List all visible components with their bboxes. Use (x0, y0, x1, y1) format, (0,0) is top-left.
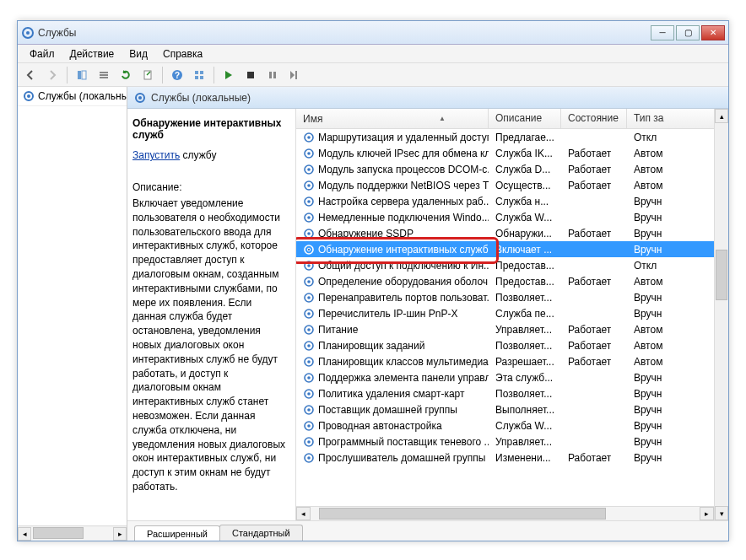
col-startup-type[interactable]: Тип за (627, 109, 728, 128)
cell-state: Работает (561, 180, 627, 191)
cell-type: Автом (627, 356, 728, 368)
svg-point-27 (307, 168, 311, 171)
cell-type: Вручн (627, 212, 728, 223)
nav-hscroll[interactable]: ◂ ▸ (18, 525, 127, 541)
svg-point-25 (307, 152, 311, 155)
service-list: Имя▲ Описание Состояние Тип за Маршрутиз… (296, 109, 728, 520)
menu-file[interactable]: Файл (23, 46, 62, 62)
scroll-down-button[interactable]: ▾ (715, 506, 728, 520)
pane-header: Службы (локальные) (127, 87, 728, 109)
cell-name: Поддержка элемента панели управл... (296, 372, 489, 384)
export-button[interactable] (138, 66, 157, 84)
cell-name: Модуль поддержки NetBIOS через T... (296, 180, 489, 191)
cell-name: Определение оборудования оболоч... (296, 276, 489, 288)
service-row[interactable]: Модуль запуска процессов DCOM-с...Служба… (296, 161, 728, 177)
start-suffix: службу (180, 149, 216, 161)
pane-title: Службы (локальные) (151, 92, 251, 104)
cell-name: Перенаправитель портов пользоват... (296, 292, 489, 304)
vscroll-thumb[interactable] (716, 250, 727, 300)
cell-name: Питание (296, 324, 489, 336)
gear-icon (303, 228, 315, 240)
stop-service-button[interactable] (241, 66, 260, 84)
menubar: Файл Действие Вид Справка (18, 45, 728, 63)
service-row[interactable]: Определение оборудования оболоч...Предос… (296, 273, 728, 289)
scroll-left-button[interactable]: ◂ (18, 527, 31, 541)
col-name[interactable]: Имя▲ (296, 109, 489, 128)
cell-desc: Осуществ... (489, 180, 561, 191)
service-row[interactable]: Маршрутизация и удаленный доступПредлага… (296, 129, 728, 145)
menu-view[interactable]: Вид (122, 46, 154, 62)
service-row[interactable]: Общий доступ к подключению к Ин...Предос… (296, 257, 728, 273)
properties-button[interactable] (95, 66, 113, 84)
hscroll-track[interactable] (311, 507, 700, 520)
service-row[interactable]: Перечислитель IP-шин PnP-XСлужба пе...Вр… (296, 305, 728, 321)
scroll-right-button[interactable]: ▸ (113, 527, 127, 541)
separator (162, 67, 163, 83)
svg-point-29 (307, 184, 311, 187)
svg-point-51 (307, 360, 311, 363)
show-hide-tree-button[interactable] (73, 66, 91, 84)
scroll-left-button[interactable]: ◂ (296, 507, 311, 520)
scroll-track[interactable] (31, 527, 113, 541)
tab-extended[interactable]: Расширенный (134, 525, 220, 541)
refresh-button[interactable] (116, 66, 135, 84)
service-row[interactable]: Планировщик классов мультимедиаРазрешает… (296, 353, 728, 369)
cell-type: Откл (627, 260, 728, 272)
service-name: Поддержка элемента панели управл... (318, 372, 489, 384)
col-description[interactable]: Описание (489, 109, 561, 128)
cell-name: Политика удаления смарт-карт (296, 388, 489, 400)
service-row[interactable]: Немедленные подключения Windo...Служба W… (296, 209, 728, 225)
service-row[interactable]: Политика удаления смарт-картПозволяет...… (296, 385, 728, 401)
help-button[interactable]: ? (168, 66, 186, 84)
horizontal-scrollbar[interactable]: ◂ ▸ (296, 506, 728, 520)
rows-container: Маршрутизация и удаленный доступПредлага… (296, 129, 728, 506)
service-row[interactable]: Программный поставщик теневого ...Управл… (296, 433, 728, 450)
menu-help[interactable]: Справка (156, 46, 209, 62)
restart-service-button[interactable] (285, 66, 304, 84)
scroll-thumb[interactable] (33, 527, 84, 539)
minimize-button[interactable]: ─ (651, 25, 674, 40)
cell-name: Планировщик классов мультимедиа (296, 356, 489, 368)
menu-action[interactable]: Действие (63, 46, 122, 62)
close-button[interactable]: ✕ (701, 25, 725, 40)
tab-standard[interactable]: Стандартный (219, 525, 303, 541)
service-row[interactable]: Модуль ключей IPsec для обмена кл...Служ… (296, 145, 728, 161)
back-button[interactable] (21, 66, 40, 84)
svg-point-63 (307, 456, 311, 460)
console-tree-button[interactable] (190, 66, 208, 84)
gear-icon (303, 388, 315, 400)
vscroll-track[interactable] (715, 123, 728, 506)
start-service-link[interactable]: Запустить (132, 149, 180, 161)
nav-node-services[interactable]: Службы (локальны (18, 87, 127, 106)
start-service-button[interactable] (219, 66, 238, 84)
gear-icon (303, 244, 315, 256)
service-row[interactable]: Настройка сервера удаленных раб...Служба… (296, 193, 728, 209)
titlebar[interactable]: Службы ─ ▢ ✕ (18, 21, 728, 45)
nav-node-label: Службы (локальны (38, 90, 127, 102)
maximize-button[interactable]: ▢ (676, 25, 700, 40)
service-row[interactable]: Модуль поддержки NetBIOS через T...Осуще… (296, 177, 728, 193)
cell-type: Вручн (627, 436, 728, 448)
service-row[interactable]: Обнаружение интерактивных службВключает … (296, 241, 728, 257)
service-name: Поставщик домашней группы (318, 404, 457, 416)
scroll-right-button[interactable]: ▸ (700, 507, 714, 520)
service-row[interactable]: Перенаправитель портов пользоват...Позво… (296, 289, 728, 305)
hscroll-thumb[interactable] (319, 508, 606, 520)
pause-service-button[interactable] (263, 66, 282, 84)
separator (67, 67, 68, 83)
cell-desc: Эта служб... (489, 372, 561, 384)
service-row[interactable]: Обнаружение SSDPОбнаружи...РаботаетВручн (296, 225, 728, 241)
service-row[interactable]: Поддержка элемента панели управл...Эта с… (296, 369, 728, 385)
service-row[interactable]: Поставщик домашней группыВыполняет...Вру… (296, 401, 728, 417)
forward-button[interactable] (43, 66, 62, 84)
scroll-up-button[interactable]: ▴ (715, 109, 728, 123)
cell-desc: Служба W... (489, 420, 561, 432)
svg-point-31 (307, 200, 311, 203)
service-row[interactable]: Проводная автонастройкаСлужба W...Вручн (296, 417, 728, 433)
service-row[interactable]: Планировщик заданийПозволяет...РаботаетА… (296, 337, 728, 353)
service-row[interactable]: Прослушиватель домашней группыИзменени..… (296, 450, 728, 466)
vertical-scrollbar[interactable]: ▴ ▾ (714, 109, 728, 520)
cell-type: Автом (627, 276, 728, 288)
service-row[interactable]: ПитаниеУправляет...РаботаетАвтом (296, 321, 728, 337)
col-state[interactable]: Состояние (561, 109, 627, 128)
